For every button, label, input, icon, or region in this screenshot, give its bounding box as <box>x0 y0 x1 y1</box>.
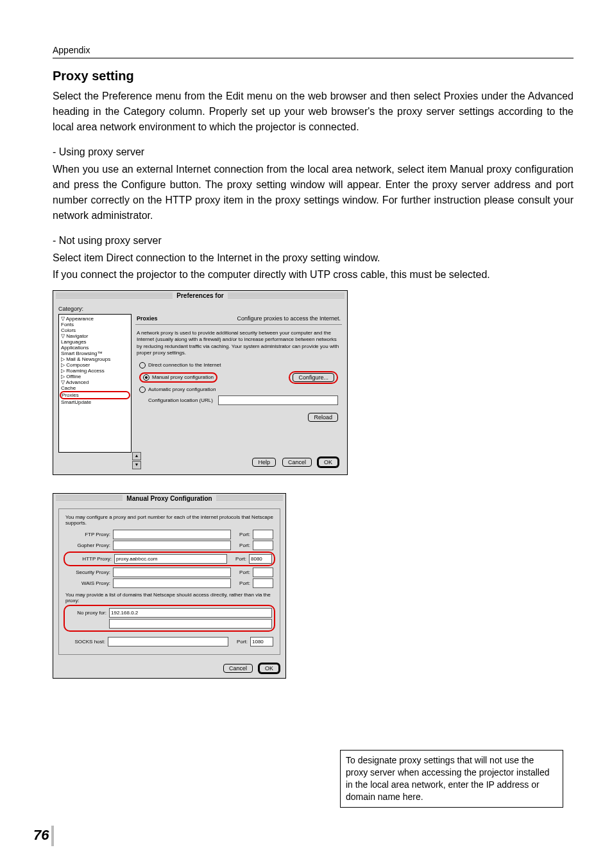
noproxy-input[interactable]: 192.168.0.2 <box>109 608 272 618</box>
cat-item[interactable]: Languages <box>60 339 130 345</box>
radio-direct-label: Direct connection to the Internet <box>148 362 221 368</box>
http-host-input[interactable]: proxy.aabbcc.com <box>114 554 227 564</box>
socks-port-input[interactable]: 1080 <box>250 637 273 647</box>
cat-item[interactable]: ▷ Offline <box>60 374 130 379</box>
highlight-manual: Manual proxy configuration <box>139 372 217 383</box>
cancel-button[interactable]: Cancel <box>282 458 312 467</box>
noproxy-label: No proxy for: <box>67 610 106 616</box>
socks-host-input[interactable] <box>108 637 228 647</box>
page-ornament <box>51 826 54 846</box>
titlebar-stripes <box>56 495 123 501</box>
radio-auto[interactable] <box>139 386 146 393</box>
titlebar-stripes <box>56 293 173 299</box>
url-input[interactable] <box>218 395 338 405</box>
help-button[interactable]: Help <box>252 458 276 467</box>
port-label: Port: <box>230 556 246 562</box>
panel-head-right: Configure proxies to access the Internet… <box>237 315 341 322</box>
port-label: Port: <box>234 542 250 548</box>
port-label: Port: <box>231 639 248 645</box>
cat-item[interactable]: Colors <box>60 327 130 333</box>
paragraph-intro: Select the Preference menu from the Edit… <box>53 89 574 135</box>
radio-direct[interactable] <box>139 362 146 369</box>
cat-item[interactable]: ▽ Advanced <box>60 379 130 385</box>
paragraph-notusing-a: Select item Direct connection to the Int… <box>53 250 574 266</box>
manual-proxy-title: Manual Proxy Configuration <box>123 495 216 502</box>
security-label: Security Proxy: <box>65 569 110 575</box>
http-port-input[interactable]: 8080 <box>249 554 272 564</box>
manual-proxy-titlebar: Manual Proxy Configuration <box>53 494 285 503</box>
ftp-host-input[interactable] <box>113 530 231 539</box>
highlight-configure: Configure... <box>289 371 338 384</box>
ftp-label: FTP Proxy: <box>65 532 110 537</box>
url-label: Configuration location (URL) <box>148 397 213 403</box>
scroll-up-icon[interactable]: ▲ <box>132 452 141 460</box>
radio-manual[interactable] <box>143 374 149 381</box>
scroll-down-icon[interactable]: ▼ <box>132 461 141 469</box>
reload-button[interactable]: Reload <box>308 413 338 422</box>
paragraph-notusing-b: If you connect the projector to the comp… <box>53 267 574 282</box>
manual-cancel-button[interactable]: Cancel <box>223 664 253 673</box>
ftp-port-input[interactable] <box>253 530 273 539</box>
preferences-titlebar: Preferences for <box>53 291 347 300</box>
subhead-using: - Using proxy server <box>53 146 574 158</box>
manual-desc1: You may configure a proxy and port numbe… <box>65 514 273 526</box>
port-label: Port: <box>234 569 250 575</box>
cat-item[interactable]: Applications <box>60 345 130 351</box>
preferences-title: Preferences for <box>173 292 227 299</box>
titlebar-stripes <box>228 293 344 299</box>
radio-manual-label: Manual proxy configuration <box>152 374 214 380</box>
section-title: Proxy setting <box>53 69 574 83</box>
preferences-dialog: Preferences for Category: ▽ Appearance F… <box>53 290 348 475</box>
cat-item-proxies[interactable]: Proxies <box>60 391 130 399</box>
paragraph-using: When you use an external Internet connec… <box>53 162 574 223</box>
panel-description: A network proxy is used to provide addit… <box>135 325 342 361</box>
titlebar-stripes <box>216 495 283 501</box>
cat-item[interactable]: ▷ Composer <box>60 362 130 368</box>
cat-item[interactable]: SmartUpdate <box>60 399 130 405</box>
wais-label: WAIS Proxy: <box>65 580 110 586</box>
running-header: Appendix <box>53 45 574 58</box>
cat-item[interactable]: ▽ Appearance <box>60 316 130 322</box>
gopher-port-input[interactable] <box>253 541 273 550</box>
cat-item[interactable]: ▷ Mail & Newsgroups <box>60 356 130 362</box>
panel-head-left: Proxies <box>137 315 158 322</box>
cat-item[interactable]: Fonts <box>60 322 130 327</box>
cat-item[interactable]: Cache <box>60 385 130 391</box>
category-list[interactable]: ▽ Appearance Fonts Colors ▽ Navigator La… <box>58 314 132 453</box>
radio-auto-label: Automatic proxy configuration <box>148 386 216 392</box>
manual-proxy-dialog: Manual Proxy Configuration You may confi… <box>53 493 286 679</box>
port-label: Port: <box>234 580 250 586</box>
security-host-input[interactable] <box>113 568 231 577</box>
manual-desc2: You may provide a list of domains that N… <box>65 592 273 603</box>
security-port-input[interactable] <box>253 568 273 577</box>
cat-item[interactable]: ▷ Roaming Access <box>60 368 130 374</box>
wais-host-input[interactable] <box>113 578 231 588</box>
category-label: Category: <box>58 306 342 312</box>
manual-ok-button[interactable]: OK <box>259 664 279 673</box>
wais-port-input[interactable] <box>253 578 273 588</box>
cat-item[interactable]: ▽ Navigator <box>60 333 130 339</box>
callout-box: To designate proxy settings that will no… <box>340 750 563 808</box>
noproxy-input-2[interactable] <box>109 619 272 629</box>
gopher-label: Gopher Proxy: <box>65 542 110 548</box>
page-number: 76 <box>33 827 49 844</box>
socks-label: SOCKS host: <box>65 639 105 645</box>
gopher-host-input[interactable] <box>113 541 231 550</box>
cat-item[interactable]: Smart Browsing™ <box>60 351 130 356</box>
configure-button[interactable]: Configure... <box>293 373 334 382</box>
http-label: HTTP Proxy: <box>67 556 112 562</box>
port-label: Port: <box>234 532 250 537</box>
subhead-notusing: - Not using proxy server <box>53 235 574 247</box>
ok-button[interactable]: OK <box>318 458 338 467</box>
